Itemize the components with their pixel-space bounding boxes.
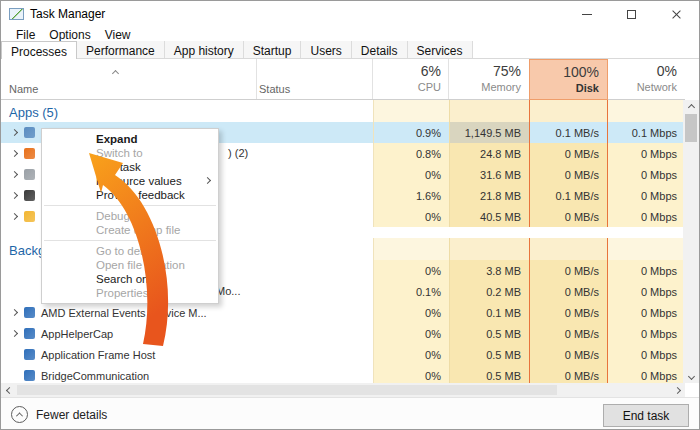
usage-label: CPU	[373, 81, 441, 93]
tab-startup[interactable]: Startup	[244, 41, 302, 58]
context-menu-item-debug: Debug	[42, 209, 218, 223]
chevron-right-icon[interactable]	[11, 213, 18, 220]
process-row[interactable]: AMD External Events Service M...0%0.1 MB…	[1, 302, 685, 323]
memory-value: 0.1 MB	[449, 302, 529, 323]
close-icon	[671, 9, 682, 20]
network-value: 0 Mbps	[608, 281, 685, 302]
cpu-value: 0%	[373, 344, 449, 365]
cpu-value: 0%	[373, 323, 449, 344]
process-name: BridgeCommunication	[41, 370, 149, 382]
horizontal-scrollbar[interactable]	[1, 383, 685, 397]
menubar-item-options[interactable]: Options	[42, 28, 97, 42]
scroll-up-arrow[interactable]	[683, 100, 699, 114]
process-name-suffix: ) (2)	[228, 147, 248, 159]
memory-value: 0.2 MB	[449, 281, 529, 302]
cpu-value: 0%	[373, 365, 449, 383]
usage-percent: 6%	[373, 63, 441, 79]
context-menu-item-search-online[interactable]: Search online	[42, 272, 218, 286]
disk-value: 0 MB/s	[529, 365, 608, 383]
tab-performance[interactable]: Performance	[77, 41, 165, 58]
context-menu-item-go-to-details: Go to details	[42, 244, 218, 258]
usage-label: Disk	[530, 82, 599, 94]
network-value: 0 Mbps	[608, 164, 685, 185]
chevron-right-icon[interactable]	[11, 171, 18, 178]
cpu-value: 1.6%	[373, 185, 449, 206]
context-menu-item-open-file-location: Open file location	[42, 258, 218, 272]
vertical-scrollbar[interactable]	[683, 100, 699, 383]
context-menu-item-provide-feedback[interactable]: Provide feedback	[42, 188, 218, 202]
column-header-cpu[interactable]: 6%CPU	[373, 59, 449, 100]
vertical-scrollbar-thumb[interactable]	[685, 114, 697, 142]
process-row[interactable]: Application Frame Host0%0.5 MB0 MB/s0 Mb…	[1, 344, 685, 365]
footer-bar: Fewer details End task	[1, 397, 699, 430]
tab-strip: ProcessesPerformanceApp historyStartupUs…	[1, 42, 699, 59]
chevron-right-icon[interactable]	[11, 129, 18, 136]
memory-value: 24.8 MB	[449, 143, 529, 164]
fewer-details-label: Fewer details	[36, 408, 107, 422]
menubar-item-view[interactable]: View	[98, 28, 138, 42]
network-value: 0 Mbps	[608, 365, 685, 383]
memory-value: 0.5 MB	[449, 323, 529, 344]
chevron-right-icon[interactable]	[11, 192, 18, 199]
tab-services[interactable]: Services	[408, 41, 473, 58]
context-menu-item-end-task[interactable]: End task	[42, 160, 218, 174]
tab-details[interactable]: Details	[352, 41, 408, 58]
context-menu-item-resource-values[interactable]: Resource values	[42, 174, 218, 188]
close-button[interactable]	[654, 1, 699, 27]
memory-value: 31.6 MB	[449, 164, 529, 185]
scroll-down-arrow[interactable]	[683, 369, 699, 383]
menubar-item-file[interactable]: File	[9, 28, 42, 42]
group-heat-cell	[373, 238, 449, 260]
group-header-row[interactable]: Apps (5)	[1, 100, 685, 122]
network-value: 0 Mbps	[608, 143, 685, 164]
process-icon	[24, 190, 35, 201]
maximize-button[interactable]	[609, 1, 654, 27]
tab-app-history[interactable]: App history	[165, 41, 244, 58]
process-row[interactable]: AppHelperCap0%0.5 MB0 MB/s0 Mbps	[1, 323, 685, 344]
chevron-right-icon[interactable]	[11, 330, 18, 337]
process-name: AppHelperCap	[41, 328, 113, 340]
process-row[interactable]: BridgeCommunication0%0.5 MB0 MB/s0 Mbps	[1, 365, 685, 383]
memory-value: 3.8 MB	[449, 260, 529, 281]
minimize-button[interactable]	[564, 1, 609, 27]
context-menu-item-properties: Properties	[42, 286, 218, 300]
column-header-status[interactable]: Status	[259, 83, 290, 95]
disk-value: 0 MB/s	[529, 260, 608, 281]
network-value: 0.1 Mbps	[608, 122, 685, 143]
chevron-right-icon	[204, 177, 211, 184]
task-manager-icon	[9, 8, 24, 20]
horizontal-scrollbar-thumb[interactable]	[17, 385, 557, 395]
chevron-right-icon[interactable]	[11, 309, 18, 316]
network-value: 0 Mbps	[608, 206, 685, 227]
usage-percent: 75%	[449, 63, 521, 79]
end-task-button[interactable]: End task	[603, 404, 689, 427]
group-heat-cell	[608, 100, 685, 122]
disk-value: 0 MB/s	[529, 164, 608, 185]
process-icon	[24, 307, 35, 318]
minimize-icon	[582, 14, 592, 15]
usage-percent: 0%	[608, 63, 677, 79]
process-icon	[24, 211, 35, 222]
memory-value: 40.5 MB	[449, 206, 529, 227]
tab-processes[interactable]: Processes	[1, 41, 77, 59]
column-header-name[interactable]: Name	[9, 83, 38, 95]
cpu-value: 0%	[373, 206, 449, 227]
network-value: 0 Mbps	[608, 260, 685, 281]
usage-label: Memory	[449, 81, 521, 93]
chevron-right-icon[interactable]	[11, 150, 18, 157]
column-header-disk[interactable]: 100%Disk	[529, 59, 608, 100]
memory-value: 0.5 MB	[449, 344, 529, 365]
usage-label: Network	[608, 81, 677, 93]
tab-users[interactable]: Users	[301, 41, 351, 58]
scroll-left-arrow[interactable]	[1, 383, 17, 397]
column-header-network[interactable]: 0%Network	[608, 59, 685, 100]
disk-value: 0.1 MB/s	[529, 185, 608, 206]
disk-value: 0 MB/s	[529, 302, 608, 323]
disk-value: 0.1 MB/s	[529, 122, 608, 143]
column-header-memory[interactable]: 75%Memory	[449, 59, 529, 100]
fewer-details-toggle[interactable]: Fewer details	[11, 406, 107, 423]
group-heat-cell	[529, 100, 608, 122]
scroll-right-arrow[interactable]	[669, 383, 685, 397]
context-menu-item-expand[interactable]: Expand	[42, 132, 218, 146]
context-menu: ExpandSwitch toEnd taskResource valuesPr…	[41, 128, 219, 304]
